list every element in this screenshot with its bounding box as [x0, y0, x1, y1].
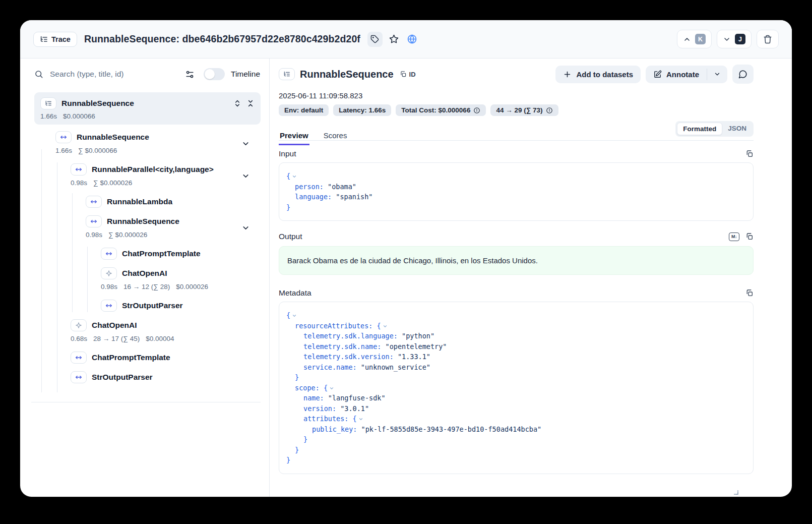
root-trace-metrics: 1.66s$0.000066: [40, 112, 255, 120]
tree-node-metrics: 0.68s28 → 17 (∑ 45)$0.00004: [71, 332, 269, 345]
markdown-toggle-icon[interactable]: M↓: [729, 232, 739, 241]
format-option-formatted[interactable]: Formatted: [677, 123, 722, 135]
resize-handle-icon[interactable]: [733, 490, 738, 495]
metadata-json-viewer[interactable]: {resourceAttributes: {telemetry.sdk.lang…: [279, 302, 754, 474]
code-line: {: [286, 310, 746, 321]
chevron-down-icon: [714, 71, 721, 78]
observation-detail-panel: RunnableSequence ID Add to datasets Anno…: [270, 59, 792, 497]
info-icon[interactable]: [473, 107, 480, 114]
collapse-all-icon[interactable]: [246, 99, 255, 107]
tree-node-chatopenai[interactable]: ChatOpenAI0.68s28 → 17 (∑ 45)$0.00004: [20, 318, 269, 345]
tree-node-label: ChatPromptTemplate: [92, 353, 170, 362]
code-line: language: "spanish": [286, 192, 746, 202]
format-toggle: FormattedJSON: [675, 121, 754, 137]
span-arrows-icon: [55, 131, 72, 143]
collapse-json-icon[interactable]: [358, 417, 363, 422]
code-line: telemetry.sdk.name: "opentelemetry": [286, 341, 746, 352]
collapse-json-icon[interactable]: [383, 324, 388, 329]
collapse-json-icon[interactable]: [292, 174, 297, 179]
plus-icon: [563, 70, 572, 79]
generation-sparkle-icon: [101, 267, 117, 279]
tree-node-label: RunnableSequence: [77, 133, 149, 142]
annotate-dropdown-button[interactable]: [707, 66, 727, 83]
code-line: public_key: "pk-lf-5855d85e-3943-497e-bd…: [286, 424, 746, 435]
span-arrows-icon: [71, 352, 87, 364]
expand-all-icon[interactable]: [233, 99, 241, 107]
annotate-button-group: Annotate: [646, 66, 727, 83]
copy-icon[interactable]: [745, 232, 754, 241]
trace-tree-panel: Search (type, title, id) Timeline Runnab…: [20, 59, 270, 497]
root-trace-label: RunnableSequence: [61, 99, 134, 108]
metadata-section-title: Metadata: [279, 288, 311, 298]
trace-timestamp: 2025-06-11 11:09:58.823: [279, 91, 754, 100]
code-line: telemetry.sdk.version: "1.33.1": [286, 352, 746, 362]
tree-node-runnablesequence[interactable]: RunnableSequence0.98s∑ $0.000026: [20, 214, 269, 241]
root-trace-item[interactable]: RunnableSequence 1.66s$0.000066: [34, 92, 261, 125]
span-tree: RunnableSequence1.66s∑ $0.000066Runnable…: [20, 130, 269, 395]
input-json-viewer[interactable]: {person: "obama"language: "spanish"}: [279, 162, 754, 221]
span-arrows-icon: [86, 215, 102, 227]
collapse-json-icon[interactable]: [329, 386, 334, 391]
list-tree-icon: [40, 97, 56, 109]
tree-panel-divider: [31, 402, 261, 402]
span-arrows-icon: [71, 371, 87, 383]
tree-node-metrics: 0.98s∑ $0.000026: [71, 177, 269, 189]
tree-node-metrics: 1.66s∑ $0.000066: [55, 144, 269, 157]
add-to-datasets-label: Add to datasets: [576, 70, 633, 79]
tree-node-chatprompttemplate[interactable]: ChatPromptTemplate: [20, 351, 269, 365]
search-input[interactable]: Search (type, title, id): [34, 70, 180, 79]
code-line: person: "obama": [286, 182, 746, 192]
add-to-datasets-button[interactable]: Add to datasets: [555, 66, 641, 83]
output-section-title: Output: [279, 232, 302, 241]
timeline-toggle[interactable]: [204, 68, 225, 80]
tree-node-stroutputparser[interactable]: StrOutputParser: [20, 370, 269, 384]
span-arrows-icon: [86, 196, 102, 208]
metric-badge: Env: default: [279, 104, 329, 116]
search-placeholder: Search (type, title, id): [50, 70, 123, 79]
root-metric: $0.000066: [63, 112, 95, 120]
copy-icon[interactable]: [745, 289, 754, 297]
tab-scores[interactable]: Scores: [323, 128, 348, 145]
tree-node-chatprompttemplate[interactable]: ChatPromptTemplate: [20, 247, 269, 261]
list-tree-icon: [279, 68, 295, 80]
input-section-title: Input: [279, 149, 296, 158]
public-globe-icon[interactable]: [405, 32, 420, 47]
tag-icon[interactable]: [367, 32, 383, 47]
id-label: ID: [409, 71, 416, 78]
collapse-node-icon[interactable]: [241, 139, 250, 148]
view-settings-icon[interactable]: [185, 70, 195, 79]
tree-node-runnablelambda[interactable]: RunnableLambda: [20, 195, 269, 209]
code-line: scope: {: [286, 383, 746, 393]
code-line: }: [286, 372, 746, 383]
prev-trace-button[interactable]: K: [677, 30, 712, 48]
metric-badge: Total Cost: $0.000066: [396, 104, 486, 116]
collapse-node-icon[interactable]: [241, 171, 250, 180]
chevron-down-icon: [723, 35, 731, 43]
code-line: {: [286, 171, 746, 182]
bookmark-star-icon[interactable]: [387, 32, 402, 47]
delete-trace-button[interactable]: [757, 30, 779, 48]
tree-node-runnableparallel-city-language-[interactable]: RunnableParallel<city,language>0.98s∑ $0…: [20, 162, 269, 189]
next-trace-button[interactable]: J: [717, 30, 752, 48]
tree-node-chatopenai[interactable]: ChatOpenAI0.98s16 → 12 (∑ 28)$0.000026: [20, 266, 269, 293]
search-icon: [34, 70, 43, 79]
trace-type-badge: Trace: [33, 32, 77, 47]
metric-badge: Latency: 1.66s: [333, 104, 391, 116]
tree-node-stroutputparser[interactable]: StrOutputParser: [20, 299, 269, 313]
copy-icon[interactable]: [745, 150, 754, 158]
code-line: resourceAttributes: {: [286, 321, 746, 331]
copy-id-button[interactable]: ID: [400, 71, 416, 78]
comments-button[interactable]: [732, 65, 754, 84]
format-option-json[interactable]: JSON: [722, 123, 752, 135]
tree-indent-guide: [57, 162, 57, 392]
chevron-up-icon: [683, 35, 691, 43]
collapse-json-icon[interactable]: [292, 313, 297, 318]
annotate-button[interactable]: Annotate: [646, 66, 707, 83]
info-icon[interactable]: [546, 107, 553, 114]
tree-node-runnablesequence[interactable]: RunnableSequence1.66s∑ $0.000066: [20, 130, 269, 157]
detail-tabs: PreviewScores FormattedJSON: [279, 121, 754, 141]
code-line: name: "langfuse-sdk": [286, 393, 746, 403]
tree-indent-guide: [72, 193, 73, 312]
collapse-node-icon[interactable]: [241, 223, 250, 232]
tab-preview[interactable]: Preview: [279, 128, 309, 145]
